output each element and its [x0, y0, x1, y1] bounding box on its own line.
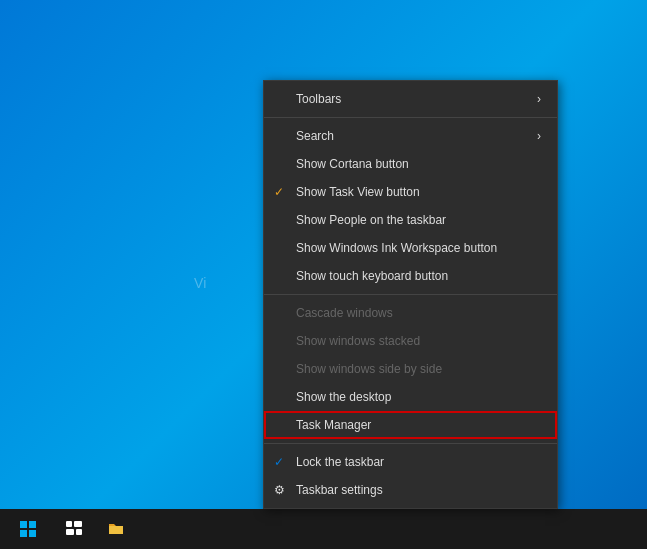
file-explorer-button[interactable] — [96, 509, 136, 549]
menu-item-task-view[interactable]: ✓ Show Task View button — [264, 178, 557, 206]
context-menu: Toolbars › Search › Show Cortana button … — [263, 80, 558, 509]
menu-item-touch-keyboard[interactable]: Show touch keyboard button — [264, 262, 557, 290]
menu-item-stacked: Show windows stacked — [264, 327, 557, 355]
check-icon: ✓ — [274, 185, 284, 199]
menu-item-label: Toolbars — [296, 92, 341, 106]
menu-item-label: Show touch keyboard button — [296, 269, 448, 283]
windows-icon — [20, 521, 36, 537]
desktop: Vi Toolbars › Search › Show Cortana butt… — [0, 0, 647, 549]
svg-rect-7 — [76, 529, 82, 535]
svg-rect-6 — [66, 529, 74, 535]
arrow-icon: › — [537, 129, 541, 143]
menu-item-label: Show Windows Ink Workspace button — [296, 241, 497, 255]
separator-2 — [264, 294, 557, 295]
svg-rect-3 — [29, 530, 36, 537]
menu-item-cascade: Cascade windows — [264, 299, 557, 327]
menu-item-label: Task Manager — [296, 418, 371, 432]
menu-item-label: Show People on the taskbar — [296, 213, 446, 227]
menu-item-lock-taskbar[interactable]: ✓ Lock the taskbar — [264, 448, 557, 476]
task-view-icon — [66, 521, 82, 537]
menu-item-task-manager[interactable]: Task Manager — [264, 411, 557, 439]
svg-rect-0 — [20, 521, 27, 528]
arrow-icon: › — [537, 92, 541, 106]
menu-item-label: Cascade windows — [296, 306, 393, 320]
menu-item-label: Search — [296, 129, 334, 143]
menu-item-show-desktop[interactable]: Show the desktop — [264, 383, 557, 411]
menu-item-label: Show windows stacked — [296, 334, 420, 348]
separator-3 — [264, 443, 557, 444]
menu-item-label: Lock the taskbar — [296, 455, 384, 469]
menu-item-taskbar-settings[interactable]: ⚙ Taskbar settings — [264, 476, 557, 504]
check-icon: ✓ — [274, 455, 284, 469]
menu-item-label: Taskbar settings — [296, 483, 383, 497]
separator-1 — [264, 117, 557, 118]
task-view-button[interactable] — [54, 509, 94, 549]
menu-item-label: Show windows side by side — [296, 362, 442, 376]
taskbar — [0, 509, 647, 549]
svg-rect-2 — [20, 530, 27, 537]
menu-item-label: Show Cortana button — [296, 157, 409, 171]
desktop-text: Vi — [194, 275, 206, 291]
menu-item-toolbars[interactable]: Toolbars › — [264, 85, 557, 113]
menu-item-cortana[interactable]: Show Cortana button — [264, 150, 557, 178]
svg-rect-4 — [66, 521, 72, 527]
menu-item-label: Show the desktop — [296, 390, 391, 404]
menu-item-search[interactable]: Search › — [264, 122, 557, 150]
gear-icon: ⚙ — [274, 483, 285, 497]
start-button[interactable] — [4, 509, 52, 549]
svg-rect-5 — [74, 521, 82, 527]
folder-icon — [108, 521, 124, 537]
menu-item-ink-workspace[interactable]: Show Windows Ink Workspace button — [264, 234, 557, 262]
menu-item-people[interactable]: Show People on the taskbar — [264, 206, 557, 234]
svg-rect-1 — [29, 521, 36, 528]
menu-item-side-by-side: Show windows side by side — [264, 355, 557, 383]
menu-item-label: Show Task View button — [296, 185, 420, 199]
